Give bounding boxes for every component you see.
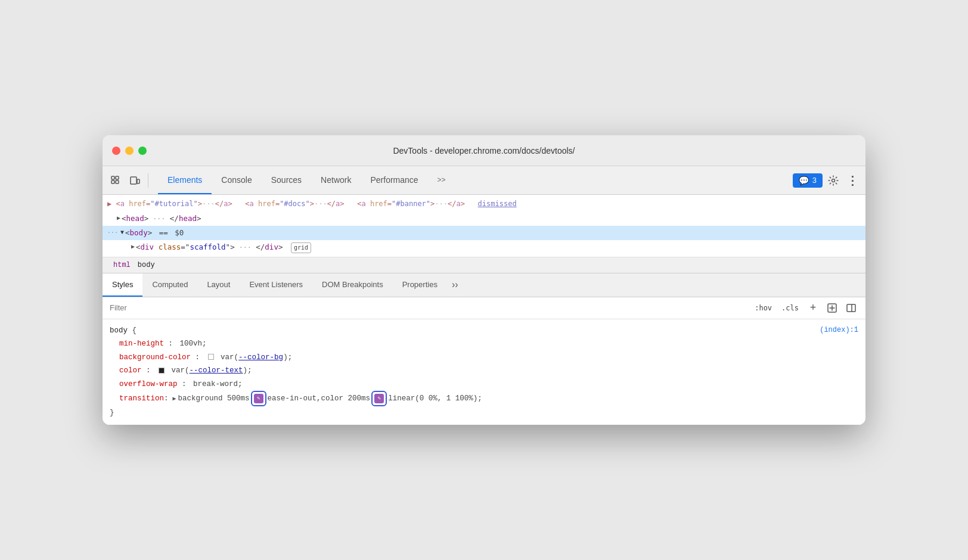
css-selector: body: [110, 326, 132, 335]
window-title: DevTools - developer.chrome.com/docs/dev…: [393, 146, 575, 155]
minimize-button[interactable]: [125, 147, 134, 155]
styles-tabs: Styles Computed Layout Event Listeners D…: [103, 273, 865, 297]
devtools-body: Elements Console Sources Network Perform…: [103, 166, 865, 424]
dom-row-body[interactable]: ··· ▼ <body> == $0: [103, 226, 865, 240]
tab-dom-breakpoints[interactable]: DOM Breakpoints: [312, 273, 393, 297]
tab-performance[interactable]: Performance: [361, 166, 427, 194]
device-toggle-icon[interactable]: [126, 172, 143, 189]
tab-network[interactable]: Network: [311, 166, 361, 194]
css-close-brace-line: }: [110, 406, 858, 420]
tab-properties[interactable]: Properties: [393, 273, 447, 297]
source-link[interactable]: (index):1: [820, 324, 858, 337]
hov-button[interactable]: :hov: [752, 303, 774, 313]
css-close-brace: }: [110, 409, 114, 417]
svg-point-6: [832, 179, 835, 182]
computed-sidebar-icon[interactable]: [844, 301, 858, 315]
dom-row-scaffold[interactable]: ▶ <div class="scaffold"> ··· </div> grid: [103, 240, 865, 254]
titlebar: DevTools - developer.chrome.com/docs/dev…: [103, 135, 865, 166]
svg-rect-1: [116, 176, 119, 179]
badge-count: 3: [812, 176, 817, 185]
close-button[interactable]: [112, 147, 120, 155]
css-prop-background-color: background-color : var(--color-bg);: [110, 351, 858, 365]
tab-computed[interactable]: Computed: [142, 273, 197, 297]
tab-event-listeners[interactable]: Event Listeners: [240, 273, 312, 297]
maximize-button[interactable]: [138, 147, 147, 155]
dom-row-hidden: ▶ <a href="#tutorial">···</a> <a href="#…: [103, 197, 865, 211]
cls-button[interactable]: .cls: [779, 303, 801, 313]
tab-more[interactable]: >>: [428, 166, 455, 194]
force-state-icon[interactable]: [825, 301, 839, 315]
styles-content: (index):1 body { min-height : 100vh; bac…: [103, 319, 865, 425]
transition-arrow[interactable]: ▶: [173, 396, 176, 402]
tab-more-icon[interactable]: ››: [447, 273, 463, 297]
more-options-icon[interactable]: ⋮: [844, 172, 861, 189]
tab-styles[interactable]: Styles: [103, 273, 142, 297]
transition-swatch-1[interactable]: ✎: [251, 391, 266, 406]
svg-rect-2: [111, 181, 114, 183]
settings-icon[interactable]: [825, 172, 842, 189]
toolbar-divider-1: [148, 173, 148, 188]
main-toolbar: Elements Console Sources Network Perform…: [103, 166, 865, 195]
breadcrumb-html[interactable]: html: [110, 260, 134, 270]
css-rule-body: (index):1 body { min-height : 100vh; bac…: [110, 324, 858, 420]
cursor-tool-icon[interactable]: [107, 172, 124, 189]
css-selector-line: body {: [110, 324, 858, 338]
dom-row-head[interactable]: ▶ <head> ··· </head>: [103, 211, 865, 226]
filter-input[interactable]: [110, 303, 752, 312]
main-tabs: Elements Console Sources Network Perform…: [158, 166, 455, 194]
toolbar-right: 💬 3 ⋮: [793, 172, 861, 189]
issues-badge[interactable]: 💬 3: [793, 173, 823, 188]
svg-rect-4: [131, 177, 136, 184]
add-class-icon[interactable]: +: [806, 301, 820, 315]
traffic-lights: [112, 147, 147, 155]
svg-rect-5: [137, 179, 139, 183]
tab-layout[interactable]: Layout: [197, 273, 240, 297]
filter-bar: :hov .cls +: [103, 297, 865, 319]
transition-swatch-2[interactable]: ✎: [371, 391, 387, 406]
filter-actions: :hov .cls +: [752, 301, 858, 315]
breadcrumb-body[interactable]: body: [134, 260, 159, 270]
svg-rect-8: [847, 304, 855, 312]
tab-console[interactable]: Console: [212, 166, 261, 194]
svg-rect-3: [116, 181, 119, 183]
tab-sources[interactable]: Sources: [262, 166, 311, 194]
breadcrumb: html body: [103, 257, 865, 273]
tab-elements[interactable]: Elements: [158, 166, 212, 194]
css-prop-transition: transition : ▶ background 500ms ✎ ease-i…: [110, 391, 858, 406]
badge-icon: 💬: [799, 176, 809, 185]
css-prop-overflow-wrap: overflow-wrap : break-word;: [110, 378, 858, 391]
css-prop-color: color : var(--color-text);: [110, 364, 858, 378]
devtools-window: DevTools - developer.chrome.com/docs/dev…: [103, 135, 865, 424]
filter-input-wrap: [110, 303, 752, 312]
dom-tree: ▶ <a href="#tutorial">···</a> <a href="#…: [103, 195, 865, 257]
css-prop-min-height: min-height : 100vh;: [110, 337, 858, 351]
css-open-brace: {: [132, 326, 137, 335]
svg-rect-0: [111, 176, 114, 179]
